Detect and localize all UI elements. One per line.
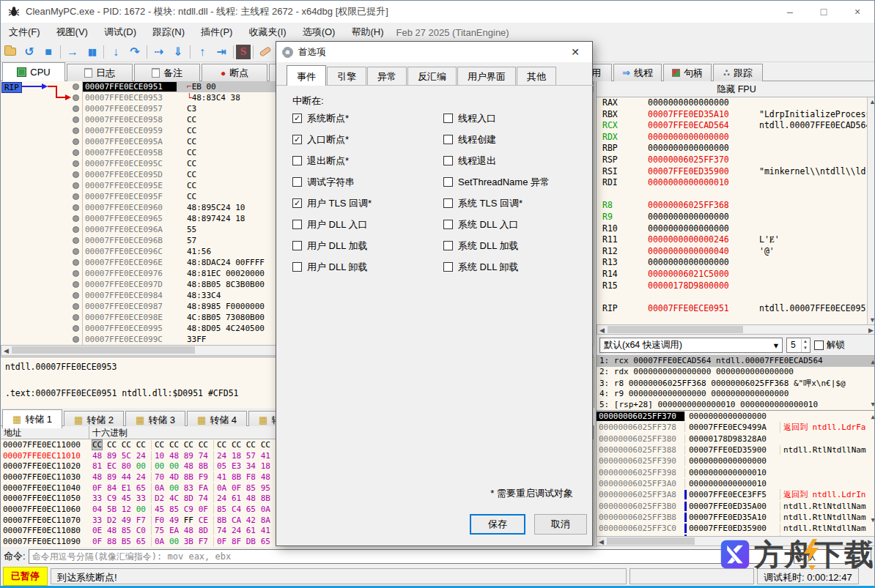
- register-row-RAX[interactable]: RAX0000000000000000: [597, 97, 868, 109]
- register-row-R10[interactable]: R100000000000000000: [597, 223, 868, 235]
- register-row-R13[interactable]: R130000000000000000: [597, 257, 868, 269]
- breakpoint-dot[interactable]: [73, 226, 79, 233]
- stack-row[interactable]: 00000006025FF38000000178D98328A0: [597, 433, 875, 444]
- breakpoint-dot[interactable]: [73, 94, 79, 101]
- checkbox-系统 DLL 入口[interactable]: 系统 DLL 入口: [443, 214, 550, 235]
- run-icon[interactable]: →: [63, 43, 82, 61]
- menu-item-4[interactable]: 插件(P): [193, 23, 240, 42]
- step-over-icon[interactable]: ↷: [125, 43, 144, 61]
- command-input[interactable]: [29, 549, 791, 564]
- spinner-arrows-icon[interactable]: ▲▼: [801, 338, 809, 352]
- breakpoint-dot[interactable]: [73, 182, 79, 189]
- breakpoint-dot[interactable]: [73, 193, 79, 200]
- args-scroll-up-icon[interactable]: ▲: [871, 357, 875, 366]
- stack-row[interactable]: 00000006025FF3A800007FFE0ECE3FF5返回到 ntdl…: [597, 489, 875, 500]
- tab-CPU[interactable]: CPU: [2, 62, 65, 81]
- dialog-tab-引擎[interactable]: 引擎: [327, 67, 366, 86]
- checkbox-系统 DLL 加载[interactable]: 系统 DLL 加载: [443, 235, 550, 256]
- menu-item-5[interactable]: 收藏夹(I): [240, 23, 294, 42]
- close-button[interactable]: ×: [841, 1, 874, 23]
- dialog-tab-用户界面[interactable]: 用户界面: [457, 67, 516, 86]
- checkbox-调试字符串[interactable]: 调试字符串: [292, 171, 372, 193]
- stack-row[interactable]: 00000006025FF3900000000000000000: [597, 455, 875, 466]
- checkbox-系统断点*[interactable]: ✓系统断点*: [292, 108, 372, 129]
- register-row-RCX[interactable]: RCX00007FFE0ECAD564ntdll.00007FFE0ECAD56…: [597, 120, 868, 132]
- checkbox-SetThreadName 异常[interactable]: SetThreadName 异常: [443, 171, 550, 193]
- dialog-tab-事件[interactable]: 事件: [287, 65, 326, 86]
- breakpoint-dot[interactable]: [73, 116, 79, 123]
- checkbox-线程入口[interactable]: 线程入口: [443, 108, 550, 129]
- argument-row[interactable]: 5: [rsp+28] 0000000000000010 00000000000…: [597, 400, 875, 410]
- stack-row[interactable]: 00000006025FF3A00000000000000010: [597, 478, 875, 489]
- breakpoint-dot[interactable]: [73, 281, 79, 288]
- register-row-RIP[interactable]: RIP00007FFE0ECE0951ntdll.00007FFE0ECE095…: [597, 303, 868, 315]
- checkbox-线程退出[interactable]: 线程退出: [443, 150, 550, 171]
- register-row-R12[interactable]: R120000000000000040'@': [597, 246, 868, 258]
- checkbox-系统 DLL 卸载[interactable]: 系统 DLL 卸载: [443, 256, 550, 278]
- scylla-icon[interactable]: S: [236, 45, 251, 59]
- run-to-user-code-icon[interactable]: ⇥: [212, 43, 231, 61]
- register-row-R15[interactable]: R1500000178D9800000: [597, 280, 868, 292]
- stack-row[interactable]: 00000006025FF3700000000000000000: [597, 411, 875, 422]
- breakpoint-dot[interactable]: [73, 303, 79, 310]
- stack-pane[interactable]: 00000006025FF370000000000000000000000006…: [597, 410, 875, 536]
- stack-row[interactable]: 00000006025FF38800007FFE0ED35900ntdll.Rt…: [597, 444, 875, 455]
- dialog-close-icon[interactable]: ✕: [564, 46, 586, 58]
- registers-vscrollbar[interactable]: ▲ ▼: [867, 97, 875, 324]
- menu-item-2[interactable]: 调试(D): [96, 23, 144, 42]
- dialog-tab-其他[interactable]: 其他: [517, 67, 556, 86]
- save-button[interactable]: 保存: [470, 514, 525, 535]
- dump-tab-1[interactable]: ▦转储 1: [2, 409, 62, 428]
- checkbox-用户 DLL 加载[interactable]: 用户 DLL 加载: [292, 235, 372, 256]
- tab-句柄[interactable]: 句柄: [663, 64, 712, 81]
- breakpoint-dot[interactable]: [73, 127, 79, 134]
- arguments-pane[interactable]: 1: rcx 00007FFE0ECAD564 ntdll.00007FFE0E…: [597, 355, 875, 410]
- tab-备注[interactable]: 备注: [134, 64, 200, 81]
- cancel-button[interactable]: 取消: [534, 514, 587, 535]
- breakpoint-dot[interactable]: [73, 105, 79, 112]
- argument-row[interactable]: 4: r9 0000000000000000 0000000000000000: [597, 389, 875, 400]
- register-row-RSI[interactable]: RSI00007FFE0ED35900"minkernel\\ntdll\\ld…: [597, 166, 868, 178]
- argument-row[interactable]: 2: rdx 0000000000000000 0000000000000000: [597, 367, 875, 378]
- tab-线程[interactable]: ⇒线程: [613, 64, 662, 81]
- step-into-icon[interactable]: ↓: [106, 43, 125, 61]
- registers-hscrollbar[interactable]: ◀ ▶: [597, 324, 875, 335]
- open-folder-icon[interactable]: [1, 43, 20, 61]
- breakpoint-dot[interactable]: [73, 259, 79, 266]
- breakpoint-dot[interactable]: [73, 336, 79, 343]
- menu-item-0[interactable]: 文件(F): [1, 23, 48, 42]
- hide-fpu-button[interactable]: 隐藏 FPU: [597, 81, 875, 97]
- menu-item-7[interactable]: 帮助(H): [343, 23, 391, 42]
- breakpoint-dot[interactable]: [73, 325, 79, 332]
- register-row-RBX[interactable]: RBX00007FFE0ED35A10"LdrpInitializeProces…: [597, 109, 868, 121]
- stack-scroll-up-icon[interactable]: ▲: [871, 412, 875, 421]
- register-row-R9[interactable]: R90000000000000000: [597, 212, 868, 223]
- breakpoint-dot[interactable]: [73, 248, 79, 255]
- stack-row[interactable]: 00000006025FF3B000007FFE0ED35A00ntdll.Rt…: [597, 500, 875, 511]
- checkbox-入口断点*[interactable]: ✓入口断点*: [292, 129, 372, 150]
- unlock-checkbox[interactable]: 解锁: [814, 339, 845, 351]
- tab-跟踪[interactable]: ∴跟踪: [713, 64, 763, 81]
- argument-row[interactable]: 1: rcx 00007FFE0ECAD564 ntdll.00007FFE0E…: [597, 356, 875, 367]
- menu-item-3[interactable]: 跟踪(N): [144, 23, 193, 42]
- tab-日志[interactable]: 日志: [67, 64, 133, 81]
- execute-till-return-icon[interactable]: ⇓: [169, 43, 188, 61]
- breakpoint-dot[interactable]: [73, 292, 79, 299]
- register-row-R14[interactable]: R1400000006021C5000: [597, 269, 868, 280]
- register-row-RDX[interactable]: RDX0000000000000000: [597, 132, 868, 144]
- minimize-button[interactable]: –: [773, 1, 807, 23]
- breakpoint-dot[interactable]: [73, 237, 79, 244]
- stack-row[interactable]: 00000006025FF3B800007FFE0ED35A10ntdll.Rt…: [597, 512, 875, 523]
- breakpoint-dot[interactable]: [73, 160, 79, 167]
- breakpoint-dot[interactable]: [73, 204, 79, 211]
- menu-item-1[interactable]: 视图(V): [48, 23, 96, 42]
- tab-断点[interactable]: ●断点: [202, 64, 267, 81]
- register-row-RBP[interactable]: RBP0000000000000000: [597, 143, 868, 155]
- argument-row[interactable]: 3: r8 00000006025FF368 00000006025FF368 …: [597, 378, 875, 389]
- dialog-tab-反汇编[interactable]: 反汇编: [407, 67, 457, 86]
- checkbox-用户 DLL 入口[interactable]: 用户 DLL 入口: [292, 214, 372, 235]
- register-row-R8[interactable]: R800000006025FF368: [597, 200, 868, 212]
- register-row-RSP[interactable]: RSP00000006025FF370: [597, 155, 868, 166]
- stop-icon[interactable]: ■: [39, 43, 58, 61]
- register-row-R11[interactable]: R110000000000000246L'Ɇ': [597, 234, 868, 246]
